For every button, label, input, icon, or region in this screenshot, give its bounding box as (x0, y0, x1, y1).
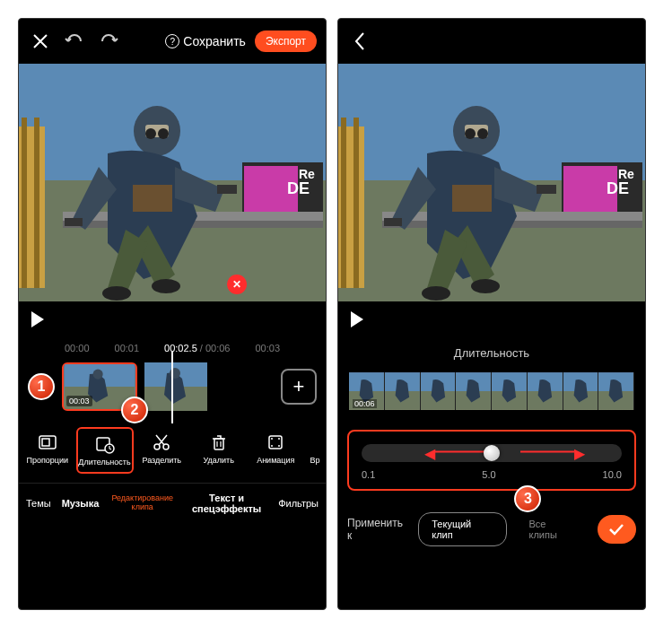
svg-rect-41 (341, 118, 346, 288)
tool-duration[interactable]: Длительность (76, 427, 134, 474)
tool-label: Вр (310, 456, 319, 465)
crop-icon (305, 432, 325, 452)
tool-label: Длительность (78, 458, 130, 467)
export-button[interactable]: Экспорт (255, 31, 317, 52)
svg-point-35 (278, 438, 280, 440)
close-icon[interactable] (28, 29, 53, 54)
play-controls (19, 301, 326, 337)
arrow-right-icon: ▶ (574, 445, 585, 462)
video-preview[interactable]: Re DE (338, 64, 645, 301)
svg-point-18 (102, 286, 131, 301)
clip-thumbnail[interactable] (144, 362, 207, 411)
svg-point-51 (465, 128, 476, 139)
svg-rect-15 (217, 185, 237, 194)
aspect-ratio-icon (38, 432, 57, 452)
svg-point-55 (471, 279, 500, 293)
svg-rect-3 (22, 118, 27, 288)
svg-point-36 (271, 445, 273, 447)
back-icon[interactable] (347, 29, 372, 54)
save-label: Сохранить (183, 34, 246, 48)
slider-thumb[interactable] (484, 445, 500, 461)
play-controls (338, 301, 645, 337)
slider-max: 10.0 (603, 469, 622, 480)
bottom-tabs: Темы Музыка Редактирование клипа Текст и… (19, 483, 326, 523)
svg-point-14 (158, 128, 169, 139)
tool-delete[interactable]: Удалить (190, 427, 248, 474)
tool-proportions[interactable]: Пропорции (19, 427, 76, 474)
duration-slider[interactable]: ◀ ▶ (362, 444, 622, 462)
tab-themes[interactable]: Темы (22, 496, 55, 510)
play-icon[interactable] (31, 311, 44, 327)
svg-text:DE: DE (287, 179, 310, 197)
time-current: 00:02.5 / 00:06 (164, 343, 230, 353)
svg-point-56 (422, 286, 450, 301)
clip-time-label: 00:03 (66, 396, 92, 406)
animation-icon (266, 432, 285, 452)
editor-screen-main: ? Сохранить Экспорт Re DE (18, 18, 327, 610)
video-preview[interactable]: Re DE ✕ (19, 64, 326, 301)
svg-point-52 (477, 128, 488, 139)
duration-icon (95, 434, 115, 454)
tool-animation[interactable]: Анимация (248, 427, 305, 474)
duration-slider-box: ◀ ▶ 0.1 5.0 10.0 3 (347, 430, 636, 491)
confirm-button[interactable] (598, 515, 636, 544)
arrow-left-icon: ◀ (424, 445, 435, 462)
svg-point-34 (271, 438, 273, 440)
play-icon[interactable] (351, 311, 363, 327)
svg-point-13 (145, 128, 156, 139)
tab-filters[interactable]: Фильтры (275, 496, 322, 510)
add-clip-button[interactable]: + (281, 369, 317, 405)
check-icon (608, 523, 624, 536)
save-button[interactable]: ? Сохранить (165, 34, 246, 48)
help-icon: ? (165, 34, 179, 48)
svg-point-22 (93, 370, 103, 379)
apply-row: Применить к Текущий клип Все клипы (338, 498, 645, 561)
svg-rect-54 (384, 218, 402, 226)
editor-screen-duration: Re DE Длительность (337, 18, 646, 610)
film-strip-time: 00:06 (353, 399, 377, 408)
top-bar: ? Сохранить Экспорт (19, 19, 326, 64)
tool-crop[interactable]: Вр (304, 427, 326, 474)
time-tick: 00:00 (65, 343, 90, 353)
tab-music[interactable]: Музыка (58, 496, 103, 510)
top-bar (338, 19, 645, 64)
annotation-marker-2: 2 (121, 397, 148, 423)
apply-label: Применить к (347, 517, 409, 542)
svg-rect-42 (353, 118, 359, 288)
svg-rect-19 (133, 185, 172, 212)
svg-rect-4 (34, 118, 39, 288)
tools-row: 2 Пропорции Длительность Разделить Удали… (19, 411, 326, 483)
film-strip[interactable]: 00:06 (349, 372, 634, 410)
trash-icon (209, 432, 229, 452)
apply-current-clip[interactable]: Текущий клип (418, 512, 507, 546)
time-tick: 00:03 (255, 343, 280, 353)
tab-editing[interactable]: Редактирование клипа (106, 493, 179, 514)
timeline[interactable]: 1 00:03 + (19, 362, 326, 411)
slider-min: 0.1 (362, 469, 375, 480)
undo-icon[interactable] (62, 29, 87, 54)
annotation-marker-1: 1 (28, 373, 55, 400)
redo-icon[interactable] (96, 29, 121, 54)
remove-watermark-icon[interactable]: ✕ (227, 275, 247, 294)
tool-label: Разделить (142, 456, 181, 465)
svg-rect-33 (269, 436, 282, 449)
tool-label: Анимация (257, 456, 294, 465)
tool-label: Удалить (204, 456, 234, 465)
svg-rect-16 (65, 218, 83, 226)
apply-all-clips[interactable]: Все клипы (516, 513, 588, 545)
svg-rect-57 (452, 185, 492, 212)
svg-rect-27 (42, 439, 49, 446)
scissors-icon (152, 432, 171, 452)
tab-texteffects[interactable]: Текст и спецэффекты (182, 491, 271, 516)
time-tick: 00:01 (115, 343, 140, 353)
slider-labels: 0.1 5.0 10.0 (362, 469, 622, 480)
svg-rect-53 (537, 185, 556, 194)
tool-label: Пропорции (26, 456, 68, 465)
svg-point-17 (152, 279, 180, 293)
svg-point-37 (278, 445, 280, 447)
svg-text:DE: DE (607, 179, 629, 197)
svg-rect-32 (214, 439, 223, 449)
panel-title: Длительность (338, 337, 645, 369)
slider-mid: 5.0 (482, 469, 495, 480)
tool-split[interactable]: Разделить (134, 427, 191, 474)
